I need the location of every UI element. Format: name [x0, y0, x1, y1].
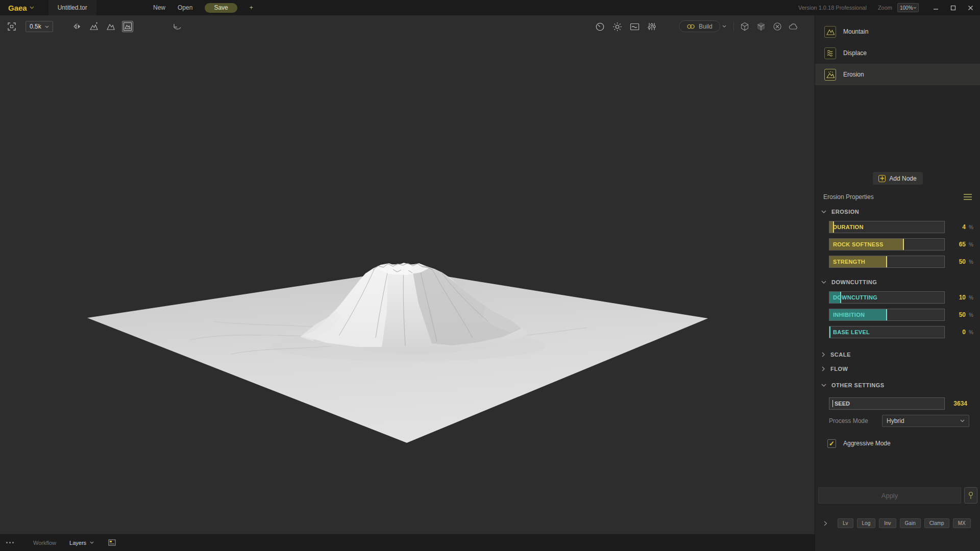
terrain-sparkle-icon [89, 22, 99, 31]
zoom-select[interactable]: 100% [897, 3, 919, 12]
rock-softness-slider[interactable]: ROCK SOFTNESS [829, 238, 945, 251]
slider-label: STRENGTH [833, 259, 865, 265]
app-menu-button[interactable]: Gaea [0, 4, 40, 12]
chevron-down-icon [821, 280, 826, 284]
inhibition-slider[interactable]: INHIBITION [829, 309, 945, 321]
mirror-view-button[interactable] [71, 21, 83, 32]
version-label: Version 1.0.18 Professional [798, 5, 867, 11]
open-button[interactable]: Open [178, 4, 192, 11]
slider-row-base-level: BASE LEVEL 0 % [815, 323, 980, 341]
section-header-downcutting[interactable]: DOWNCUTTING [815, 276, 980, 289]
slider-row-duration: DURATION 4 % [815, 218, 980, 236]
framed-terrain-view-button[interactable] [122, 21, 133, 32]
quick-button-gain[interactable]: Gain [900, 518, 921, 528]
viewport-3d[interactable]: 0.5k [0, 15, 815, 534]
minimize-button[interactable] [932, 4, 939, 11]
mountain-node-icon [824, 26, 836, 38]
build-button[interactable]: Build [679, 20, 720, 32]
expand-modifiers-button[interactable] [824, 521, 827, 526]
workflow-tab[interactable]: Workflow [33, 540, 56, 546]
text-cursor [832, 400, 833, 407]
slider-row-downcutting: DOWNCUTTING 10 % [815, 289, 980, 306]
slider-unit: % [966, 312, 976, 318]
layers-tab[interactable]: Layers [69, 540, 94, 546]
gauge-icon [595, 22, 605, 32]
strength-slider[interactable]: STRENGTH [829, 256, 945, 268]
process-mode-select[interactable]: Hybrid [882, 415, 969, 427]
node-item-label: Erosion [843, 71, 864, 78]
build-group: Build [679, 20, 804, 32]
properties-panel: Mountain Displace Erosion [815, 15, 980, 551]
frame-view-icon [7, 22, 16, 31]
node-item-displace[interactable]: Displace [815, 42, 980, 64]
chevron-down-icon [913, 7, 916, 9]
quick-button-inv[interactable]: Inv [879, 518, 896, 528]
section-header-flow[interactable]: FLOW [815, 362, 980, 375]
chain-link-icon [687, 23, 695, 30]
terrain-enhance-button[interactable] [88, 21, 100, 32]
slider-value: 10 [946, 294, 966, 301]
build-options-button[interactable] [720, 20, 728, 32]
document-tab[interactable]: Untitled.tor [48, 0, 96, 15]
cloud-build-button[interactable] [788, 21, 799, 32]
framed-terrain-icon [123, 22, 132, 31]
cube-wire-button[interactable] [739, 21, 750, 32]
slider-value: 50 [946, 258, 966, 265]
duration-slider[interactable]: DURATION [829, 221, 945, 233]
node-graph-empty-area[interactable] [815, 85, 980, 172]
pin-properties-button[interactable] [964, 487, 977, 504]
base-level-slider[interactable]: BASE LEVEL [829, 326, 945, 338]
node-item-erosion[interactable]: Erosion [815, 64, 980, 85]
quick-button-clamp[interactable]: Clamp [924, 518, 949, 528]
performance-button[interactable] [594, 21, 605, 32]
properties-menu-icon[interactable] [964, 194, 972, 200]
sun-light-button[interactable] [611, 21, 623, 32]
viewport-toolbar: 0.5k [0, 15, 815, 38]
frame-view-button[interactable] [6, 21, 17, 32]
quick-button-lv[interactable]: Lv [838, 518, 853, 528]
undo-button[interactable] [172, 21, 183, 32]
new-button[interactable]: New [153, 4, 165, 11]
add-node-label: Add Node [889, 175, 916, 182]
maximize-button[interactable] [949, 4, 957, 11]
aggressive-mode-checkbox[interactable] [827, 439, 836, 448]
downcutting-slider[interactable]: DOWNCUTTING [829, 291, 945, 304]
chevron-down-icon [30, 6, 34, 9]
slider-fill [829, 327, 830, 338]
slider-value: 65 [946, 241, 966, 248]
terrain-render[interactable] [0, 15, 815, 534]
save-button[interactable]: Save [205, 3, 237, 13]
add-tab-button[interactable]: + [250, 4, 253, 11]
terrain-view-button[interactable] [105, 21, 116, 32]
slider-unit: % [966, 224, 976, 230]
slider-unit: % [966, 242, 976, 247]
slider-row-inhibition: INHIBITION 50 % [815, 306, 980, 323]
sliders-icon [647, 22, 656, 31]
add-node-button[interactable]: Add Node [873, 172, 923, 185]
quick-button-log[interactable]: Log [857, 518, 876, 528]
close-button[interactable] [967, 4, 974, 11]
resolution-select[interactable]: 0.5k [26, 21, 53, 32]
quick-button-mx[interactable]: MX [953, 518, 971, 528]
seed-input[interactable]: SEED [829, 397, 945, 410]
file-actions: New Open Save + [153, 0, 253, 15]
cube-solid-button[interactable] [755, 21, 767, 32]
adjustments-button[interactable] [646, 21, 657, 32]
properties-title: Erosion Properties [823, 193, 874, 201]
section-header-scale[interactable]: SCALE [815, 348, 980, 361]
apply-button[interactable]: Apply [818, 487, 961, 504]
slider-value: 50 [946, 311, 966, 318]
chevron-right-icon [821, 352, 825, 357]
water-level-button[interactable] [629, 21, 640, 32]
section-header-erosion[interactable]: EROSION [815, 205, 980, 218]
node-item-mountain[interactable]: Mountain [815, 21, 980, 42]
layers-panel-button[interactable] [108, 539, 116, 546]
chevron-down-icon [90, 541, 94, 544]
pin-icon [967, 491, 974, 499]
cancel-build-button[interactable] [772, 21, 783, 32]
section-header-other-settings[interactable]: OTHER SETTINGS [815, 379, 980, 392]
overflow-menu-icon[interactable] [6, 542, 14, 543]
slider-row-rock-softness: ROCK SOFTNESS 65 % [815, 236, 980, 253]
layers-tab-label: Layers [69, 540, 86, 546]
modifier-quick-bar: Lv Log Inv Gain Clamp MX [815, 518, 980, 529]
